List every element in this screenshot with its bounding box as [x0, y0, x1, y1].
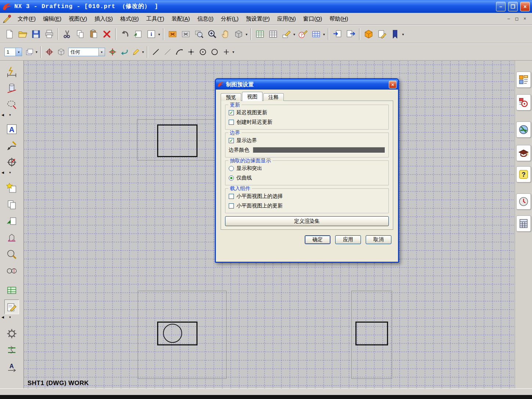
open-folder-button[interactable] [16, 28, 29, 41]
sheet-edit-button[interactable] [4, 300, 19, 314]
front-view-boundary[interactable] [138, 291, 227, 379]
menu-h[interactable]: 帮助(H) [326, 14, 352, 23]
line-thin-button[interactable] [162, 46, 173, 58]
cancel-button[interactable]: 取消 [366, 235, 391, 244]
define-render-set-button[interactable]: 定义渲染集 [225, 216, 389, 226]
annotation-editor-button[interactable] [280, 28, 293, 41]
help-button[interactable]: ? [516, 166, 531, 182]
menu-s[interactable]: 插入(S) [91, 14, 116, 23]
zoom-in-out-button[interactable] [206, 28, 219, 41]
cylinder-tool-button[interactable] [4, 81, 19, 95]
expand-left-icon[interactable]: ◀ [1, 113, 4, 117]
grad-cap-button[interactable] [516, 145, 531, 161]
table-annotation-button[interactable] [267, 28, 280, 41]
pan-view-button[interactable] [219, 28, 232, 41]
mdi-restore-button[interactable]: ◻ [513, 15, 520, 22]
expand-left-icon[interactable]: ◀ [1, 171, 4, 174]
paste-button[interactable] [87, 28, 100, 41]
dropdown-arrow-icon[interactable]: ▾ [158, 32, 161, 36]
solid-view-button[interactable] [362, 28, 375, 41]
rotate-view-button[interactable] [232, 28, 245, 41]
bookmark-button[interactable] [388, 28, 402, 41]
sheet-table-button[interactable] [253, 28, 267, 41]
layer-combo[interactable]: 1▾ [4, 48, 22, 56]
drafting-doc-button[interactable] [375, 28, 388, 41]
export-part-button[interactable] [344, 28, 357, 41]
dropdown-arrow-icon[interactable]: ▾ [142, 50, 145, 54]
line-tool-button[interactable] [150, 46, 162, 58]
checkbox[interactable] [229, 203, 234, 208]
menu-r[interactable]: 格式(R) [116, 14, 142, 23]
apply-button[interactable]: 应用 [335, 235, 361, 244]
lasso-tool-button[interactable] [4, 97, 19, 112]
menu-l[interactable]: 分析(L) [217, 14, 242, 23]
drawing-rect[interactable] [157, 124, 198, 157]
screen-capture-button[interactable] [131, 28, 145, 41]
target-move-button[interactable] [106, 46, 118, 58]
dropdown-arrow-icon[interactable]: ▾ [232, 50, 235, 54]
top-view-boundary[interactable] [137, 119, 227, 160]
minimize-button[interactable]: – [496, 2, 506, 11]
cut-button[interactable] [61, 28, 74, 41]
expand-more-icon[interactable]: ▾ [9, 171, 11, 174]
arc-tool-button[interactable] [173, 46, 185, 58]
undo-button[interactable] [118, 28, 131, 41]
wizard-seven-button[interactable]: 7 [296, 28, 310, 41]
layout-tiles-button[interactable] [516, 72, 531, 88]
menu-o[interactable]: 窗口(O) [300, 14, 326, 23]
section-line-button[interactable] [4, 231, 19, 245]
return-arrow-button[interactable] [118, 46, 130, 58]
calc-grid-button[interactable] [516, 215, 531, 232]
text-along-button[interactable]: A [4, 359, 19, 374]
expand-more-icon[interactable]: ▾ [9, 113, 11, 117]
detail-view-button[interactable] [4, 247, 19, 262]
break-view-button[interactable] [4, 343, 19, 358]
target-red-button[interactable] [516, 94, 531, 110]
zoom-window-button[interactable] [192, 28, 206, 41]
menu-e[interactable]: 编辑(E) [39, 14, 65, 23]
border-color-swatch[interactable] [253, 147, 385, 153]
dropdown-arrow-icon[interactable]: ▾ [35, 50, 39, 54]
globe-button[interactable] [516, 121, 531, 138]
table-green-button[interactable] [4, 283, 19, 298]
dropdown-arrow-icon[interactable]: ▾ [402, 32, 405, 36]
combo-arrow-icon[interactable]: ▾ [98, 48, 105, 56]
save-button[interactable] [29, 28, 43, 41]
radio-button[interactable] [229, 166, 234, 171]
tab-1[interactable]: 预览 [221, 93, 241, 101]
pencil-snap-button[interactable] [130, 46, 142, 58]
drawing-rect[interactable] [355, 322, 388, 345]
snap-point-button[interactable] [43, 46, 55, 58]
layer-stack-button[interactable] [23, 46, 35, 58]
leader-tool-button[interactable] [4, 138, 19, 153]
tab-2[interactable]: 视图 [242, 92, 263, 101]
import-part-button[interactable] [331, 28, 344, 41]
checkbox[interactable]: ✓ [229, 138, 234, 143]
dialog-titlebar[interactable]: 制图预设置 × [216, 79, 398, 90]
section-view-button[interactable] [4, 264, 19, 278]
update-views-button[interactable] [4, 326, 19, 341]
ok-button[interactable]: 确定 [305, 235, 330, 244]
dropdown-arrow-icon[interactable]: ▾ [293, 32, 296, 36]
menu-v[interactable]: 视图(V) [65, 14, 91, 23]
point-tool-button[interactable] [185, 46, 197, 58]
view-import-button[interactable] [4, 214, 19, 229]
deselect-region-button[interactable] [179, 28, 192, 41]
expand-left-icon[interactable]: ◀ [1, 315, 4, 319]
grid-settings-button[interactable] [310, 28, 323, 41]
checkbox[interactable] [229, 194, 234, 199]
circle-center-button[interactable] [197, 46, 209, 58]
print-button[interactable] [43, 28, 56, 41]
new-sheet-button[interactable] [4, 181, 19, 196]
select-region-button[interactable] [166, 28, 179, 41]
menu-n[interactable]: 应用(N) [274, 14, 300, 23]
side-view-boundary[interactable] [351, 291, 392, 379]
menu-p[interactable]: 预设置(P) [242, 14, 274, 23]
work-cube-button[interactable] [55, 46, 67, 58]
tab-3[interactable]: 注释 [263, 93, 284, 101]
annotation-a-button[interactable]: A [4, 122, 19, 137]
radio-button[interactable] [229, 175, 234, 181]
info-button[interactable]: i [145, 28, 158, 41]
mdi-minimize-button[interactable]: – [505, 15, 512, 22]
menu-i[interactable]: 信息(I) [193, 14, 217, 23]
